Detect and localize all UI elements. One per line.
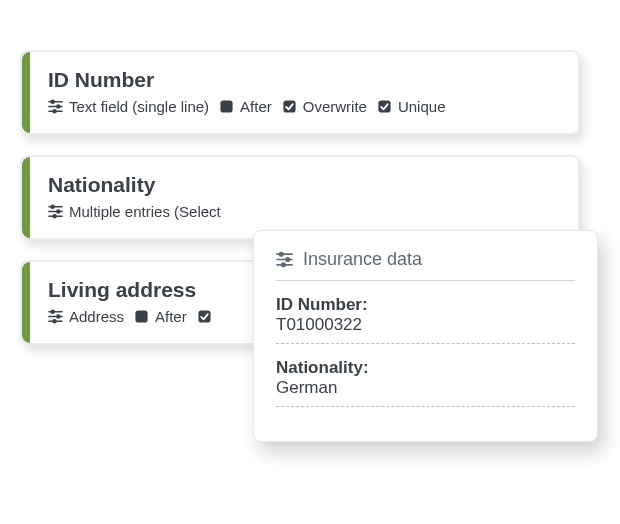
checkbox-checked-icon — [282, 99, 297, 114]
svg-point-10 — [51, 205, 54, 208]
field-title: Nationality — [48, 173, 556, 197]
svg-point-1 — [51, 100, 54, 103]
field-type-label: Multiple entries (Select — [69, 203, 221, 220]
field-type-label: Text field (single line) — [69, 98, 209, 115]
field-meta-row: Text field (single line) After Over — [48, 98, 556, 115]
checkbox-unchecked-icon — [219, 99, 234, 114]
after-label: After — [240, 98, 272, 115]
svg-rect-6 — [220, 100, 232, 112]
field-title: ID Number — [48, 68, 556, 92]
unique-label: Unique — [398, 98, 446, 115]
overwrite-option[interactable]: Overwrite — [282, 98, 367, 115]
field-type-label: Address — [69, 308, 124, 325]
insurance-data-popup: Insurance data ID Number: T01000322 Nati… — [253, 230, 598, 442]
checkbox-unchecked-icon — [134, 309, 149, 324]
svg-point-5 — [53, 110, 56, 113]
sliders-icon — [276, 251, 293, 268]
popup-field-label: ID Number: — [276, 295, 575, 315]
checkbox-checked-icon — [197, 309, 212, 324]
popup-header: Insurance data — [276, 249, 575, 281]
after-label: After — [155, 308, 187, 325]
svg-rect-8 — [378, 100, 390, 112]
field-type: Text field (single line) — [48, 98, 209, 115]
svg-point-3 — [57, 105, 60, 108]
field-meta-row: Multiple entries (Select — [48, 203, 556, 220]
svg-point-26 — [286, 258, 289, 261]
popup-field-value: T01000322 — [276, 315, 575, 344]
svg-point-16 — [51, 310, 54, 313]
unique-option[interactable]: Unique — [377, 98, 446, 115]
overwrite-label: Overwrite — [303, 98, 367, 115]
svg-point-28 — [282, 263, 285, 266]
svg-point-18 — [57, 315, 60, 318]
sliders-icon — [48, 309, 63, 324]
popup-title: Insurance data — [303, 249, 422, 270]
field-card-id-number[interactable]: ID Number Text field (single line) — [20, 50, 580, 135]
field-card-nationality[interactable]: Nationality Multiple entries (Select — [20, 155, 580, 240]
svg-point-20 — [53, 320, 56, 323]
sliders-icon — [48, 99, 63, 114]
popup-field-label: Nationality: — [276, 358, 575, 378]
obscured-option[interactable] — [197, 309, 212, 324]
after-option[interactable]: After — [219, 98, 272, 115]
field-type: Address — [48, 308, 124, 325]
svg-rect-7 — [283, 100, 295, 112]
after-option[interactable]: After — [134, 308, 187, 325]
svg-point-14 — [53, 215, 56, 218]
checkbox-checked-icon — [377, 99, 392, 114]
svg-rect-22 — [198, 310, 210, 322]
field-type: Multiple entries (Select — [48, 203, 221, 220]
svg-rect-21 — [135, 310, 147, 322]
svg-point-12 — [57, 210, 60, 213]
field-config-stage: ID Number Text field (single line) — [0, 0, 620, 524]
svg-point-24 — [280, 252, 283, 255]
sliders-icon — [48, 204, 63, 219]
popup-field-value: German — [276, 378, 575, 407]
